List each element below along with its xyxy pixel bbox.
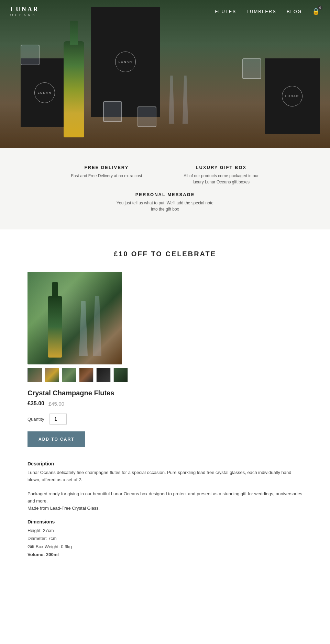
product-main-image	[28, 272, 122, 364]
box-left: LUNAR	[21, 58, 69, 127]
thumbnail-4[interactable]	[79, 368, 94, 382]
dimension-diameter: Diameter: 7cm	[28, 534, 302, 542]
logo[interactable]: LUNAR OCEANS	[10, 6, 39, 17]
product-price: £35.00 £45.00	[28, 400, 302, 407]
nav-tumblers[interactable]: TUMBLERS	[246, 9, 276, 14]
promo-section: £10 OFF TO CELEBRATE Crystal Champagne F…	[0, 229, 330, 572]
feature-delivery: FREE DELIVERY Fast and Free Delivery at …	[71, 165, 142, 185]
lunar-circle-center: LUNAR	[115, 52, 136, 72]
description-text: Lunar Oceans delicately fine champagne f…	[28, 469, 302, 512]
site-header: LUNAR OCEANS FLUTES TUMBLERS BLOG 🔒 0	[0, 0, 330, 23]
price-original: £45.00	[48, 401, 64, 407]
feature-message-title: PERSONAL MESSAGE	[113, 192, 217, 197]
cart-count: 0	[318, 5, 322, 10]
thumbnail-6[interactable]	[113, 368, 128, 382]
main-nav: FLUTES TUMBLERS BLOG 🔒 0	[215, 8, 320, 15]
feature-message-desc: You just tell us what to put. We'll add …	[113, 200, 217, 212]
nav-flutes[interactable]: FLUTES	[215, 9, 236, 14]
quantity-row: Quantity	[28, 414, 302, 425]
thumbnail-row	[28, 368, 302, 382]
features-row-top: FREE DELIVERY Fast and Free Delivery at …	[21, 165, 309, 185]
quantity-label: Quantity	[28, 417, 44, 422]
dimension-height: Height: 27cm	[28, 527, 302, 534]
lunar-circle-right: LUNAR	[282, 86, 302, 106]
logo-main: LUNAR	[10, 6, 39, 13]
dimension-weight: Gift Box Weight: 0.9kg	[28, 543, 302, 551]
box-center: LUNAR	[91, 7, 160, 117]
nav-blog[interactable]: BLOG	[287, 9, 302, 14]
description-section: Description Lunar Oceans delicately fine…	[28, 461, 302, 558]
tumbler-glass-2	[103, 101, 122, 122]
feature-giftbox: LUXURY GIFT BOX All of our products come…	[183, 165, 259, 185]
box-right: LUNAR	[265, 58, 320, 134]
promo-title: £10 OFF TO CELEBRATE	[28, 250, 302, 258]
volume-value: olume: 200ml	[30, 552, 59, 557]
feature-giftbox-title: LUXURY GIFT BOX	[183, 165, 259, 170]
volume-label: V	[28, 552, 30, 557]
feature-giftbox-desc: All of our products come packaged in our…	[183, 173, 259, 185]
bottle-neck	[70, 21, 78, 45]
features-section: FREE DELIVERY Fast and Free Delivery at …	[0, 148, 330, 229]
cart-button[interactable]: 🔒 0	[312, 8, 320, 15]
product-bottle-neck	[52, 282, 58, 297]
tumbler-glass-3	[138, 106, 156, 127]
feature-message: PERSONAL MESSAGE You just tell us what t…	[113, 192, 217, 212]
add-to-cart-button[interactable]: ADD TO CART	[28, 431, 85, 447]
tumbler-glass-1	[21, 45, 40, 65]
quantity-input[interactable]	[50, 414, 67, 425]
product-image-inner	[28, 272, 122, 364]
wine-bottle	[64, 41, 84, 137]
product-bottle	[48, 296, 62, 358]
thumbnail-5[interactable]	[96, 368, 111, 382]
dimension-volume: Volume: 200ml	[28, 551, 302, 558]
feature-delivery-desc: Fast and Free Delivery at no extra cost	[71, 173, 142, 179]
description-title: Description	[28, 461, 302, 466]
thumbnail-3[interactable]	[62, 368, 76, 382]
product-title: Crystal Champagne Flutes	[28, 389, 302, 397]
dimensions-text: Height: 27cm Diameter: 7cm Gift Box Weig…	[28, 527, 302, 559]
lunar-circle-left: LUNAR	[34, 82, 55, 103]
thumbnail-1[interactable]	[28, 368, 42, 382]
price-current: £35.00	[28, 400, 44, 407]
product-section: Crystal Champagne Flutes £35.00 £45.00 Q…	[28, 272, 302, 558]
dimensions-title: Dimensions	[28, 519, 302, 524]
thumbnail-2[interactable]	[45, 368, 59, 382]
feature-delivery-title: FREE DELIVERY	[71, 165, 142, 170]
logo-sub: OCEANS	[10, 13, 39, 17]
tumbler-glass-4	[242, 58, 261, 79]
